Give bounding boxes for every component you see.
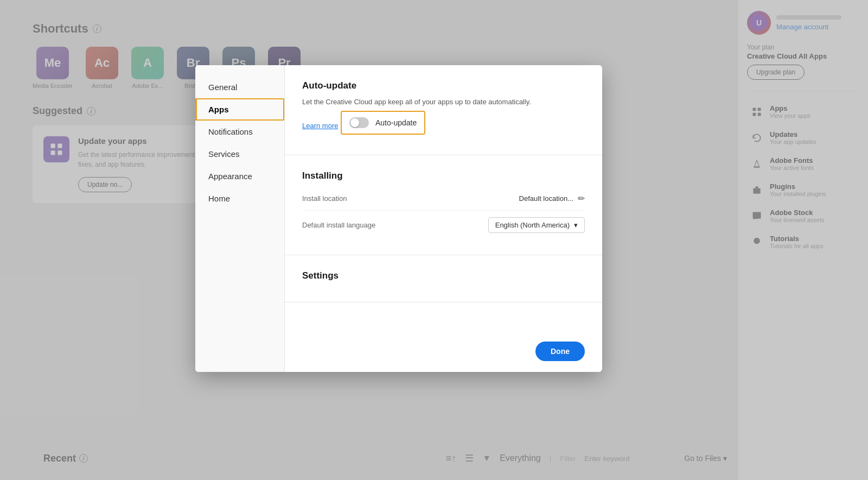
install-language-label: Default install language	[302, 221, 375, 229]
dialog-nav-services-label: Services	[208, 149, 240, 159]
dialog-nav-appearance-label: Appearance	[208, 172, 252, 181]
install-location-value-group: Default location... ✏	[519, 193, 585, 204]
dialog-nav-general[interactable]: General	[195, 76, 284, 98]
settings-title: Settings	[302, 270, 585, 281]
dialog-nav-general-label: General	[208, 83, 237, 92]
auto-update-section: Auto-update Let the Creative Cloud app k…	[285, 65, 602, 155]
install-language-value-group: English (North America) ▾	[488, 217, 585, 233]
settings-section: Settings	[285, 255, 602, 302]
preferences-dialog: General Apps Notifications Services Appe…	[195, 65, 602, 372]
learn-more-link[interactable]: Learn more	[302, 122, 338, 130]
dialog-nav-notifications[interactable]: Notifications	[195, 121, 284, 143]
installing-title: Installing	[302, 170, 585, 181]
done-button[interactable]: Done	[535, 342, 585, 361]
chevron-down-icon: ▾	[574, 221, 578, 229]
auto-update-toggle-row: Auto-update	[341, 111, 425, 135]
auto-update-toggle-label: Auto-update	[375, 118, 417, 127]
dialog-nav-apps[interactable]: Apps	[195, 98, 284, 121]
edit-location-icon[interactable]: ✏	[578, 193, 585, 204]
dialog-nav-apps-label: Apps	[208, 105, 229, 114]
install-language-row: Default install language English (North …	[302, 211, 585, 239]
installing-section: Installing Install location Default loca…	[285, 155, 602, 255]
dialog-nav-appearance[interactable]: Appearance	[195, 165, 284, 187]
app-container: Shortcuts i Me Media Encoder Ac Acrobat …	[0, 0, 868, 480]
dialog-nav-home[interactable]: Home	[195, 187, 284, 210]
dialog-nav-notifications-label: Notifications	[208, 127, 253, 136]
install-location-label: Install location	[302, 194, 347, 203]
install-location-row: Install location Default location... ✏	[302, 187, 585, 211]
dialog-nav-services[interactable]: Services	[195, 143, 284, 165]
install-location-value: Default location...	[519, 194, 573, 203]
language-dropdown[interactable]: English (North America) ▾	[488, 217, 585, 233]
dialog-nav: General Apps Notifications Services Appe…	[195, 65, 285, 372]
auto-update-toggle[interactable]	[349, 117, 369, 128]
dialog-nav-home-label: Home	[208, 194, 230, 203]
dialog-content-inner: Auto-update Let the Creative Cloud app k…	[285, 65, 602, 372]
auto-update-title: Auto-update	[302, 80, 585, 91]
dialog-content: Auto-update Let the Creative Cloud app k…	[285, 65, 602, 372]
auto-update-desc: Let the Creative Cloud app keep all of y…	[302, 97, 585, 108]
done-btn-container: Done	[285, 331, 602, 372]
language-value: English (North America)	[495, 221, 570, 229]
